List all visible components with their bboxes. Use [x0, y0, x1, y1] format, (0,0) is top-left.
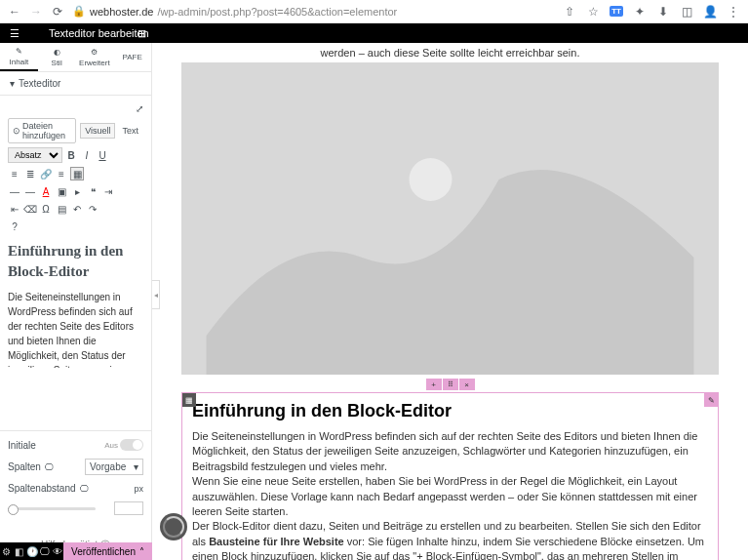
- chevron-up-icon: ˄: [139, 546, 144, 557]
- responsive-icon[interactable]: 🖵: [38, 546, 51, 557]
- char-button[interactable]: Ω: [39, 202, 53, 216]
- gear-icon: ⚙: [91, 48, 98, 57]
- canvas[interactable]: werden – auch diese Seite sollte leicht …: [152, 43, 748, 560]
- align-left-button[interactable]: ≡: [55, 167, 68, 180]
- toolbar-row-2: ≡ ≣ 🔗 ≡ ▦: [8, 167, 143, 180]
- edit-widget-icon[interactable]: ✎: [704, 393, 718, 407]
- reload-button[interactable]: ⟳: [51, 5, 64, 19]
- link-button[interactable]: 🔗: [39, 167, 53, 180]
- list-ul-button[interactable]: ≡: [8, 167, 21, 180]
- bold-button[interactable]: B: [64, 148, 78, 162]
- media-bar: ⊙Dateien hinzufügen Visuell Text: [8, 118, 143, 143]
- url-host: webhoster.de: [90, 6, 153, 18]
- editor-panel: ⤢ ⊙Dateien hinzufügen Visuell Text Absat…: [0, 96, 151, 430]
- lock-icon: 🔒: [72, 5, 86, 18]
- elementor-topbar: ☰ Texteditor bearbeiten ⊞: [0, 23, 748, 43]
- image-button[interactable]: ▣: [55, 184, 68, 198]
- wysiwyg-content[interactable]: Einführung in den Block-Editor Die Seite…: [8, 241, 143, 368]
- publish-button[interactable]: Veröffentlichen˄: [63, 542, 152, 560]
- underline-button[interactable]: U: [96, 148, 109, 162]
- align-justify-button[interactable]: ▦: [70, 167, 84, 180]
- url-path: /wp-admin/post.php?post=4605&action=elem…: [157, 6, 397, 18]
- indent-button[interactable]: ⇥: [101, 184, 115, 198]
- svg-point-1: [410, 158, 453, 201]
- contrast-icon: ◐: [54, 48, 60, 57]
- bookmark-icon[interactable]: ◫: [680, 5, 693, 19]
- floating-widget[interactable]: [160, 513, 187, 540]
- download-icon[interactable]: ⬇: [656, 5, 670, 19]
- monitor-icon[interactable]: 🖵: [80, 484, 89, 494]
- abstand-slider-row: [8, 501, 143, 515]
- tab-advanced[interactable]: ⚙Erweitert: [76, 43, 114, 71]
- url-bar[interactable]: 🔒 webhoster.de/wp-admin/post.php?post=46…: [72, 5, 555, 18]
- column-handle-icon[interactable]: ▦: [182, 393, 196, 407]
- footer-controls: Initiale Aus Spalten🖵 Vorgabe▾ Spaltenab…: [0, 430, 151, 531]
- media-icon: ⊙: [13, 126, 20, 136]
- undo-button[interactable]: ↶: [70, 202, 84, 216]
- chevron-down-icon: ▾: [134, 461, 138, 472]
- hr-button[interactable]: —: [8, 184, 21, 198]
- bottom-bar: ⚙ ◧ 🕐 🖵 👁 Veröffentlichen˄: [0, 542, 152, 560]
- tab-style[interactable]: ◐Stil: [38, 43, 76, 71]
- clear-button[interactable]: ⌫: [23, 202, 37, 216]
- quote-button[interactable]: ❝: [86, 184, 99, 198]
- back-button[interactable]: ←: [8, 5, 21, 19]
- content-title: Einführung in den Block-Editor: [8, 241, 143, 282]
- caret-down-icon: ▾: [10, 78, 15, 89]
- abstand-slider[interactable]: [8, 507, 96, 510]
- navigator-icon[interactable]: ◧: [13, 546, 25, 557]
- visual-tab[interactable]: Visuell: [80, 123, 115, 139]
- profile-icon[interactable]: 👤: [703, 5, 717, 19]
- widgets-grid-icon[interactable]: ⊞: [127, 27, 156, 40]
- add-media-button[interactable]: ⊙Dateien hinzufügen: [8, 118, 76, 143]
- spalten-control: Spalten🖵 Vorgabe▾: [8, 459, 143, 475]
- main-text: Die Seiteneinstellungen in WordPress bef…: [192, 429, 708, 560]
- outdent-button[interactable]: ⇤: [8, 202, 21, 216]
- text-tab[interactable]: Text: [117, 123, 143, 139]
- selected-widget[interactable]: ▦ ✎ Einführung in den Block-Editor Die S…: [181, 392, 719, 560]
- drag-section-button[interactable]: ⠿: [443, 379, 458, 390]
- expand-icon[interactable]: ⤢: [136, 103, 143, 114]
- help-button[interactable]: ?: [8, 220, 21, 233]
- textcolor-button[interactable]: A: [39, 184, 53, 198]
- add-section-button[interactable]: +: [426, 379, 442, 390]
- close-section-button[interactable]: ×: [459, 379, 475, 390]
- video-button[interactable]: ▸: [70, 184, 84, 198]
- history-icon[interactable]: 🕐: [25, 546, 38, 557]
- initiale-control: Initiale Aus: [8, 439, 143, 451]
- monitor-icon[interactable]: 🖵: [45, 462, 54, 472]
- extension-badge[interactable]: TT: [610, 6, 623, 17]
- browser-bar: ← → ⟳ 🔒 webhoster.de/wp-admin/post.php?p…: [0, 0, 748, 23]
- main-heading: Einführung in den Block-Editor: [192, 401, 708, 421]
- abstand-input[interactable]: [114, 501, 143, 515]
- menu-icon[interactable]: ⋮: [727, 5, 740, 19]
- hamburger-icon[interactable]: ☰: [0, 27, 29, 40]
- browser-actions: ⇧ ☆ TT ✦ ⬇ ◫ 👤 ⋮: [563, 5, 740, 19]
- section-texteditor[interactable]: ▾Texteditor: [0, 72, 151, 96]
- image-placeholder[interactable]: [181, 62, 719, 375]
- list-ol-button[interactable]: ≣: [23, 167, 37, 180]
- toolbar-row-1: Absatz B I U: [8, 147, 143, 163]
- settings-icon[interactable]: ⚙: [0, 546, 13, 557]
- spalten-select[interactable]: Vorgabe▾: [85, 459, 143, 475]
- section-handle: + ⠿ ×: [181, 379, 719, 390]
- initiale-toggle[interactable]: [120, 439, 143, 451]
- redo-button[interactable]: ↷: [86, 202, 99, 216]
- preview-icon[interactable]: 👁: [51, 546, 63, 557]
- tab-pafe[interactable]: PAFE: [113, 43, 151, 71]
- star-icon[interactable]: ☆: [586, 5, 600, 19]
- panel-tabs: ✎Inhalt ◐Stil ⚙Erweitert PAFE: [0, 43, 151, 72]
- tab-content[interactable]: ✎Inhalt: [0, 43, 38, 71]
- forward-button[interactable]: →: [29, 5, 43, 19]
- abstand-control: Spaltenabstand🖵 px: [8, 483, 143, 494]
- left-panel: ✎Inhalt ◐Stil ⚙Erweitert PAFE ▾Textedito…: [0, 43, 152, 560]
- intro-text: werden – auch diese Seite sollte leicht …: [181, 43, 719, 62]
- strike-button[interactable]: —: [23, 184, 37, 198]
- italic-button[interactable]: I: [80, 148, 94, 162]
- share-icon[interactable]: ⇧: [563, 5, 576, 19]
- more-button[interactable]: ▤: [55, 202, 68, 216]
- pencil-icon: ✎: [16, 47, 22, 56]
- format-select[interactable]: Absatz: [8, 147, 62, 163]
- toolbar-row-4: ⇤ ⌫ Ω ▤ ↶ ↷: [8, 202, 143, 216]
- extensions-icon[interactable]: ✦: [633, 5, 647, 19]
